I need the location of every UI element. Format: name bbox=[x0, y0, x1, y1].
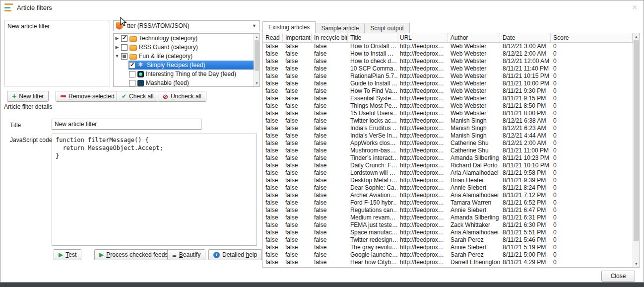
tree-scrollbar[interactable]: ▲ ▼ bbox=[254, 34, 259, 86]
table-row[interactable]: falsefalsefalseDaily Crunch: F…http://fe… bbox=[263, 162, 633, 169]
tree-scrollbar-thumb[interactable] bbox=[255, 40, 259, 71]
detailed-help-label: Detailed help bbox=[222, 251, 257, 258]
tab-sample-article[interactable]: Sample article bbox=[315, 23, 365, 33]
table-cell: 8/12/21 2:00 AM bbox=[500, 50, 551, 58]
table-cell: 10 SCP Comma… bbox=[348, 65, 397, 72]
new-filter-button[interactable]: New filter bbox=[7, 91, 49, 102]
table-row[interactable]: falsefalsefalseFord F-150 hybr…http://fe… bbox=[263, 199, 633, 207]
tree-item[interactable]: ▶Technology (category) bbox=[114, 34, 254, 43]
table-row[interactable]: falsefalsefalseDear Sophie: Ca…http://fe… bbox=[263, 184, 633, 192]
table-cell: Web Webster bbox=[448, 65, 500, 72]
tree-expand-arrow[interactable]: ▶ bbox=[114, 36, 121, 41]
table-row[interactable]: falsefalsefalseTinder’s interact…http://… bbox=[263, 154, 633, 162]
table-cell: Annie Siebert bbox=[448, 207, 500, 214]
table-row[interactable]: falsefalsefalseMushroom-bas…http://feedp… bbox=[263, 147, 633, 154]
table-cell: false bbox=[263, 125, 283, 132]
scroll-up-icon[interactable]: ▲ bbox=[633, 33, 640, 40]
table-row[interactable]: falsefalsefalseEssential Syste…http://fe… bbox=[263, 95, 633, 102]
table-row[interactable]: falsefalsefalseThings Most Pe…http://fee… bbox=[263, 102, 633, 110]
column-header-in-recycle-bin[interactable]: In recycle bin bbox=[312, 33, 348, 42]
table-row[interactable]: falsefalsefalseMedium revam…http://feedp… bbox=[263, 214, 633, 221]
check-all-button[interactable]: Check all bbox=[117, 91, 158, 102]
table-row[interactable]: falsefalsefalseSpace manufac…http://feed… bbox=[263, 229, 633, 236]
tab-existing-articles[interactable]: Existing articles bbox=[262, 21, 316, 33]
table-row[interactable]: falsefalsefalseHow to Install …http://fe… bbox=[263, 50, 633, 58]
table-row[interactable]: falsefalsefalseHow To Find Va…http://fee… bbox=[263, 87, 633, 95]
checkbox[interactable] bbox=[129, 71, 135, 77]
table-row[interactable]: falsefalsefalseIndia’s Eruditus …http://… bbox=[263, 125, 633, 132]
tree-item[interactable]: ▶RSS Guard (category) bbox=[114, 43, 254, 52]
checkbox[interactable] bbox=[121, 44, 128, 51]
tree-item-body[interactable]: Interesting Thing of the Day (feed) bbox=[129, 70, 254, 78]
table-row[interactable]: falsefalsefalse10 SCP Comma…http://feedp… bbox=[263, 65, 633, 72]
table-cell: Medium revam… bbox=[348, 214, 397, 221]
tree-expand-arrow[interactable]: ▶ bbox=[114, 45, 121, 50]
test-button[interactable]: Test bbox=[54, 249, 81, 260]
table-row[interactable]: falsefalsefalseTwitter redesign…http://f… bbox=[263, 236, 633, 244]
account-combo[interactable]: tter (RSS/ATOM/JSON) ▼ bbox=[113, 20, 260, 31]
tree-item-body[interactable]: RSS Guard (category) bbox=[121, 43, 254, 52]
table-row[interactable]: falsefalsefalseArcher Aviation…http://fe… bbox=[263, 192, 633, 199]
table-cell: false bbox=[263, 140, 283, 147]
checkbox[interactable] bbox=[129, 62, 135, 69]
table-row[interactable]: falsefalsefalseIndia’s VerSe In…http://f… bbox=[263, 132, 633, 140]
filter-list-item[interactable]: New article filter bbox=[7, 22, 107, 30]
tree-item[interactable]: ▼Fun & life (category) bbox=[114, 52, 254, 61]
tree-item-body[interactable]: Mashable (feed) bbox=[129, 78, 254, 86]
checkbox[interactable] bbox=[129, 80, 135, 86]
code-editor[interactable]: function filterMessage() { return Messag… bbox=[52, 134, 257, 246]
table-row[interactable]: falsefalsefalseTwitter locks ac…http://f… bbox=[263, 117, 633, 125]
column-header-date[interactable]: Date bbox=[500, 33, 551, 42]
remove-selected-button[interactable]: Remove selected bbox=[56, 91, 120, 102]
detailed-help-button[interactable]: Detailed help bbox=[208, 249, 262, 260]
tree-expand-arrow[interactable]: ▼ bbox=[114, 54, 121, 59]
table-row[interactable]: falsefalsefalseThe gray revolu…http://fe… bbox=[263, 244, 633, 251]
column-header-read[interactable]: Read bbox=[263, 33, 283, 42]
scroll-up-icon[interactable]: ▲ bbox=[254, 34, 259, 40]
scroll-down-icon[interactable]: ▼ bbox=[633, 261, 640, 267]
tree-item[interactable]: Simply Recipes (feed) bbox=[114, 61, 254, 70]
tree-item[interactable]: Mashable (feed) bbox=[114, 78, 254, 86]
table-row[interactable]: falsefalsefalseHow to check d…http://fee… bbox=[263, 58, 633, 65]
table-row[interactable]: falsefalsefalseFEMA just teste…http://fe… bbox=[263, 221, 633, 229]
filter-list[interactable]: New article filter bbox=[4, 20, 110, 86]
tab-script-output[interactable]: Script output bbox=[364, 23, 409, 33]
tree-item-body[interactable]: Technology (category) bbox=[121, 34, 254, 43]
column-header-url[interactable]: URL bbox=[397, 33, 448, 42]
column-header-author[interactable]: Author bbox=[448, 33, 500, 42]
table-cell: false bbox=[312, 177, 348, 184]
table-cell: 8/12/21 6:38 AM bbox=[500, 117, 551, 125]
column-header-title[interactable]: Title bbox=[348, 33, 397, 42]
table-row[interactable]: falsefalsefalseLordstown will …http://fe… bbox=[263, 169, 633, 177]
table-row[interactable]: falsefalsefalseRegulations can…http://fe… bbox=[263, 207, 633, 214]
table-row[interactable]: falsefalsefalseHear how Cityb…http://fee… bbox=[263, 259, 633, 266]
table-scrollbar-thumb[interactable] bbox=[634, 40, 639, 241]
column-header-important[interactable]: Important bbox=[283, 33, 312, 42]
table-row[interactable]: falsefalsefalseGoogle launche…http://fee… bbox=[263, 251, 633, 259]
checkbox[interactable] bbox=[121, 53, 128, 60]
scroll-down-icon[interactable]: ▼ bbox=[254, 80, 259, 86]
tree-item[interactable]: Interesting Thing of the Day (feed) bbox=[114, 70, 254, 78]
close-icon[interactable]: ✕ bbox=[632, 3, 638, 11]
chevron-down-icon[interactable]: ▼ bbox=[250, 21, 258, 30]
uncheck-all-button[interactable]: Uncheck all bbox=[158, 91, 206, 102]
table-cell: Google launche… bbox=[348, 251, 397, 259]
table-cell: 0 bbox=[551, 87, 633, 95]
table-cell: false bbox=[263, 184, 283, 192]
table-row[interactable]: falsefalsefalseGuide to Install …http://… bbox=[263, 80, 633, 87]
beautify-button[interactable]: Beautify bbox=[167, 249, 205, 260]
column-header-score[interactable]: Score bbox=[551, 33, 633, 42]
close-button[interactable]: Close bbox=[601, 271, 635, 282]
table-row[interactable]: falsefalsefalseRationalPlan 5.7…http://f… bbox=[263, 72, 633, 80]
tree-item-body[interactable]: Fun & life (category) bbox=[121, 52, 254, 61]
table-row[interactable]: falsefalsefalseDesktop Metal i…http://fe… bbox=[263, 177, 633, 184]
tree-item-body[interactable]: Simply Recipes (feed) bbox=[129, 61, 254, 70]
checkbox[interactable] bbox=[121, 35, 128, 42]
table-row[interactable]: falsefalsefalseAppWorks clos…http://feed… bbox=[263, 140, 633, 147]
title-input[interactable] bbox=[52, 119, 201, 130]
table-scrollbar[interactable]: ▲ ▼ bbox=[633, 33, 640, 267]
table-row[interactable]: falsefalsefalse15 Useful Usera…http://fe… bbox=[263, 110, 633, 117]
table-row[interactable]: falsefalsefalseHow to Onstall …http://fe… bbox=[263, 43, 633, 50]
process-checked-feeds-button[interactable]: Process checked feeds bbox=[94, 249, 173, 260]
taskbar bbox=[0, 283, 644, 287]
